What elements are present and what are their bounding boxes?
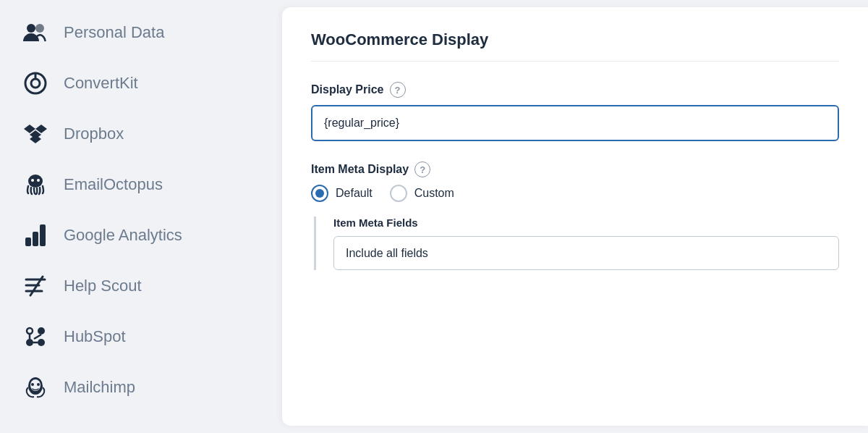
helpscout-icon bbox=[22, 272, 49, 300]
main-panel: WooCommerce Display Display Price ? Item… bbox=[282, 7, 868, 426]
sidebar-item-personal-data[interactable]: Personal Data bbox=[0, 7, 282, 58]
sidebar-item-hubspot-label: HubSpot bbox=[64, 327, 126, 346]
sidebar-item-help-scout[interactable]: Help Scout bbox=[0, 261, 282, 311]
svg-line-22 bbox=[34, 335, 41, 339]
sidebar-item-help-scout-label: Help Scout bbox=[64, 277, 142, 295]
radio-custom-circle bbox=[390, 185, 407, 202]
radio-option-custom[interactable]: Custom bbox=[390, 185, 454, 202]
item-meta-display-label: Item Meta Display bbox=[311, 163, 409, 176]
people-icon bbox=[22, 19, 49, 46]
sidebar-item-dropbox[interactable]: Dropbox bbox=[0, 109, 282, 159]
convertkit-icon bbox=[22, 70, 49, 97]
item-meta-display-label-row: Item Meta Display ? bbox=[311, 161, 839, 177]
item-meta-fields-section: Item Meta Fields Include all fields bbox=[314, 216, 839, 270]
radio-default-label: Default bbox=[336, 187, 373, 200]
section-title: WooCommerce Display bbox=[311, 30, 839, 62]
dropbox-icon bbox=[22, 120, 49, 148]
svg-point-21 bbox=[38, 339, 45, 346]
display-price-input[interactable] bbox=[311, 105, 839, 141]
svg-point-1 bbox=[35, 24, 44, 33]
radio-default-circle bbox=[311, 185, 328, 202]
item-meta-display-group: Item Meta Display ? Default Custom Item … bbox=[311, 161, 839, 270]
sidebar: Personal Data ConvertKit Dropbox bbox=[0, 0, 282, 433]
display-price-label-row: Display Price ? bbox=[311, 82, 839, 98]
svg-point-11 bbox=[37, 179, 40, 182]
display-price-label: Display Price bbox=[311, 83, 384, 96]
sidebar-item-dropbox-label: Dropbox bbox=[64, 125, 124, 143]
analytics-icon bbox=[22, 222, 49, 249]
hubspot-icon bbox=[22, 323, 49, 350]
svg-point-9 bbox=[28, 175, 43, 188]
sidebar-item-hubspot[interactable]: HubSpot bbox=[0, 311, 282, 362]
svg-rect-13 bbox=[33, 232, 38, 246]
svg-point-24 bbox=[27, 328, 33, 334]
sidebar-item-google-analytics[interactable]: Google Analytics bbox=[0, 210, 282, 261]
svg-marker-8 bbox=[30, 135, 41, 143]
item-meta-fields-select[interactable]: Include all fields bbox=[333, 236, 839, 270]
svg-rect-14 bbox=[40, 224, 46, 246]
emailoctopus-icon bbox=[22, 171, 49, 198]
radio-option-default[interactable]: Default bbox=[311, 185, 373, 202]
svg-point-0 bbox=[27, 24, 35, 33]
svg-rect-12 bbox=[25, 237, 31, 246]
radio-custom-label: Custom bbox=[414, 187, 454, 200]
svg-point-10 bbox=[31, 179, 34, 182]
display-price-group: Display Price ? bbox=[311, 82, 839, 141]
sidebar-item-personal-data-label: Personal Data bbox=[64, 23, 164, 42]
sidebar-item-emailoctopus[interactable]: EmailOctopus bbox=[0, 159, 282, 210]
mailchimp-icon bbox=[22, 374, 49, 401]
item-meta-fields-label: Item Meta Fields bbox=[333, 216, 839, 229]
item-meta-radio-group: Default Custom bbox=[311, 185, 839, 202]
sidebar-item-emailoctopus-label: EmailOctopus bbox=[64, 175, 163, 194]
svg-point-3 bbox=[31, 79, 40, 88]
svg-point-20 bbox=[26, 339, 33, 346]
svg-point-29 bbox=[37, 383, 40, 386]
sidebar-item-convertkit[interactable]: ConvertKit bbox=[0, 58, 282, 109]
sidebar-item-google-analytics-label: Google Analytics bbox=[64, 226, 182, 245]
sidebar-item-mailchimp[interactable]: Mailchimp bbox=[0, 362, 282, 413]
sidebar-item-convertkit-label: ConvertKit bbox=[64, 74, 138, 93]
display-price-help-icon[interactable]: ? bbox=[390, 82, 406, 98]
sidebar-item-mailchimp-label: Mailchimp bbox=[64, 378, 135, 397]
svg-point-28 bbox=[31, 383, 34, 386]
item-meta-display-help-icon[interactable]: ? bbox=[414, 161, 430, 177]
svg-point-19 bbox=[38, 327, 45, 335]
